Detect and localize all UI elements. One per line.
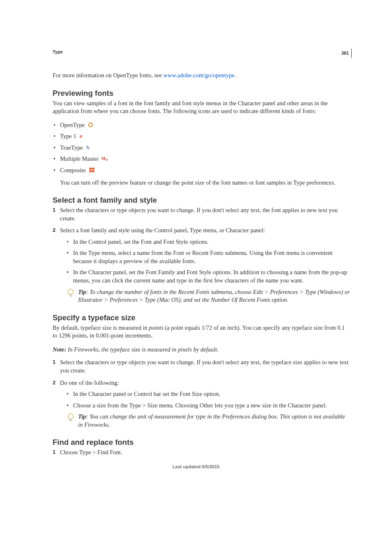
svg-text:M: M	[105, 158, 108, 162]
list-item: Choose a size from the Type > Size menu.…	[67, 402, 351, 410]
size-para-pre: By default, typeface size is measured in	[53, 324, 149, 331]
size-sub-list: In the Character panel or Control bar se…	[67, 390, 351, 409]
step-item: Select the characters or type objects yo…	[53, 358, 351, 375]
tip-label: Tip	[78, 289, 86, 295]
step-text: Select the characters or type objects yo…	[60, 359, 348, 374]
heading-select-font: Select a font family and style	[53, 196, 351, 205]
list-item: In the Control panel, set the Font and F…	[67, 238, 351, 246]
svg-text:T: T	[88, 146, 90, 150]
font-type-label: TrueType	[60, 144, 83, 151]
intro-text-pre: For more information on OpenType fonts, …	[53, 72, 164, 79]
list-item: OpenType	[53, 121, 351, 130]
intro-text-post: .	[235, 72, 236, 79]
svg-rect-8	[92, 170, 95, 172]
chapter-label: Type	[53, 49, 351, 54]
opentype-link[interactable]: www.adobe.com/go/opentype	[164, 72, 235, 79]
svg-rect-6	[92, 168, 95, 170]
font-type-label: Composite	[60, 167, 86, 173]
svg-rect-13	[70, 419, 72, 420]
font-type-label: OpenType	[60, 122, 85, 128]
tip-text: : You can change the unit of measurement…	[78, 413, 345, 428]
step-item: Do one of the following: In the Characte…	[53, 379, 351, 429]
lightbulb-icon	[67, 413, 75, 426]
note-label: Note:	[53, 346, 66, 353]
opentype-icon	[88, 123, 94, 129]
font-type-label: Multiple Master	[60, 155, 99, 162]
composite-icon	[88, 168, 95, 174]
tip-text: : To change the number of fonts in the R…	[78, 289, 350, 303]
note-block: Note: In Fireworks, the typeface size is…	[53, 346, 351, 354]
svg-point-12	[68, 414, 74, 419]
preview-paragraph: You can view samples of a font in the fo…	[53, 99, 351, 116]
note-text: In Fireworks, the typeface size is measu…	[66, 346, 219, 353]
multiple-master-icon: MM	[101, 156, 109, 163]
svg-rect-14	[70, 421, 71, 422]
svg-rect-10	[70, 295, 72, 296]
footer-last-updated: Last updated 6/5/2015	[0, 464, 392, 469]
list-item: Multiple Master MM	[53, 155, 351, 164]
intro-paragraph: For more information on OpenType fonts, …	[53, 72, 351, 80]
size-paragraph: By default, typeface size is measured in…	[53, 324, 351, 340]
list-item: In the Character panel, set the Font Fam…	[67, 268, 351, 284]
svg-rect-7	[90, 170, 92, 172]
font-type-list: OpenType Type 1 a TrueType TT Multiple M…	[53, 121, 351, 176]
list-item: Composite	[53, 166, 351, 176]
select-font-steps: Select the characters or type objects yo…	[53, 206, 351, 304]
font-type-label: Type 1	[60, 133, 76, 139]
heading-previewing-fonts: Previewing fonts	[53, 89, 351, 98]
size-steps: Select the characters or type objects yo…	[53, 358, 351, 429]
heading-typeface-size: Specify a typeface size	[53, 313, 351, 322]
svg-rect-5	[90, 168, 92, 170]
step-item: Select a font family and style using the…	[53, 227, 351, 304]
select-sub-list: In the Control panel, set the Font and F…	[67, 238, 351, 285]
lightbulb-icon	[67, 288, 75, 301]
step-item: Choose Type > Find Font.	[53, 449, 351, 457]
tip-label: Tip	[78, 413, 86, 420]
preview-after-paragraph: You can turn off the preview feature or …	[60, 179, 351, 187]
size-para-em: points	[149, 324, 163, 331]
step-text: Choose Type > Find Font.	[60, 449, 122, 456]
step-item: Select the characters or type objects yo…	[53, 206, 351, 222]
list-item: In the Type menu, select a name from the…	[67, 249, 351, 265]
page: 381 Type For more information on OpenTyp…	[0, 0, 392, 486]
list-item: Type 1 a	[53, 132, 351, 141]
list-item: TrueType TT	[53, 144, 351, 153]
svg-text:a: a	[80, 133, 82, 139]
step-text: Select a font family and style using the…	[60, 227, 265, 234]
heading-find-replace-fonts: Find and replace fonts	[53, 438, 351, 447]
find-steps: Choose Type > Find Font.	[53, 449, 351, 457]
step-text: Do one of the following:	[60, 379, 119, 386]
svg-point-9	[68, 289, 74, 294]
tip-block: Tip: You can change the unit of measurem…	[67, 413, 351, 429]
page-number: 381	[341, 49, 352, 58]
step-text: Select the characters or type objects yo…	[60, 207, 338, 222]
svg-rect-11	[70, 296, 71, 297]
type1-icon: a	[79, 134, 85, 140]
tip-block: Tip: To change the number of fonts in th…	[67, 288, 351, 304]
list-item: In the Character panel or Control bar se…	[67, 390, 351, 398]
truetype-icon: TT	[85, 145, 92, 152]
